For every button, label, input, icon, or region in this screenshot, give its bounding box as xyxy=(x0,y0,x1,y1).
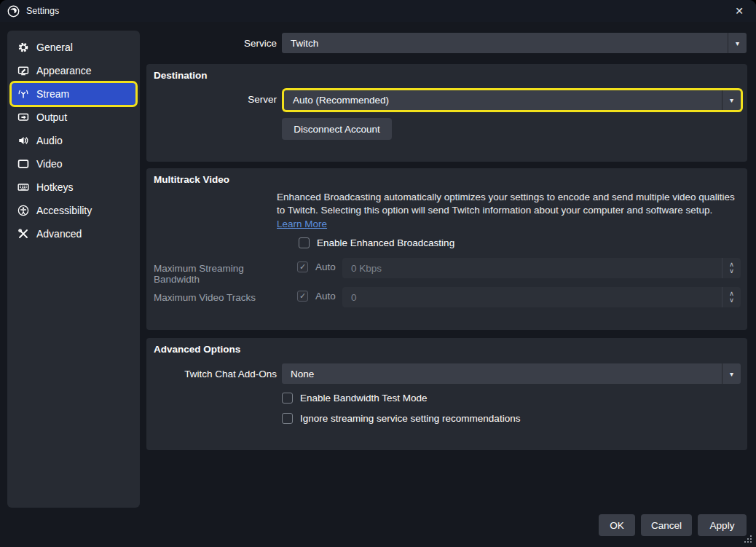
chat-addons-dropdown-value: None xyxy=(291,369,314,379)
speaker-icon xyxy=(17,135,30,147)
display-icon xyxy=(17,158,30,170)
service-dropdown[interactable]: Twitch ▾ xyxy=(282,33,747,53)
chevron-down-icon: ▾ xyxy=(728,33,747,53)
settings-sidebar: General Appearance Stream xyxy=(7,31,140,508)
bandwidth-spinner[interactable]: ∧ ∨ xyxy=(722,258,741,278)
sidebar-item-accessibility[interactable]: Accessibility xyxy=(12,200,135,221)
bandwidth-auto-label: Auto xyxy=(315,261,336,272)
server-label: Server xyxy=(146,94,277,105)
max-bandwidth-label: Maximum Streaming Bandwidth xyxy=(154,263,284,285)
ok-button[interactable]: OK xyxy=(599,514,635,536)
sidebar-item-appearance[interactable]: Appearance xyxy=(12,60,135,82)
sidebar-item-label: Hotkeys xyxy=(36,181,74,193)
chat-addons-label: Twitch Chat Add-Ons xyxy=(146,369,277,379)
service-label: Service xyxy=(146,38,277,49)
multitrack-description: Enhanced Broadcasting automatically opti… xyxy=(277,191,739,231)
bandwidth-test-row: Enable Bandwidth Test Mode xyxy=(282,393,428,404)
disconnect-account-button[interactable]: Disconnect Account xyxy=(282,118,392,140)
tracks-auto-label: Auto xyxy=(315,291,336,302)
enable-enhanced-broadcasting-label: Enable Enhanced Broadcasting xyxy=(317,237,454,248)
ignore-recommendations-checkbox[interactable] xyxy=(282,413,293,424)
tracks-auto-row: ✓ Auto xyxy=(297,291,336,302)
bandwidth-auto-row: ✓ Auto xyxy=(297,261,336,272)
sidebar-item-label: Audio xyxy=(36,135,63,146)
spinner-down-icon[interactable]: ∨ xyxy=(729,268,734,275)
chevron-down-icon: ▾ xyxy=(722,90,741,110)
obs-logo-icon xyxy=(7,5,20,17)
sidebar-item-label: Appearance xyxy=(36,65,92,76)
advanced-options-section: Advanced Options Twitch Chat Add-Ons Non… xyxy=(146,338,747,450)
apply-button[interactable]: Apply xyxy=(698,514,747,536)
ignore-recommendations-label: Ignore streaming service setting recomme… xyxy=(300,413,520,424)
advanced-options-title: Advanced Options xyxy=(154,344,240,355)
max-bandwidth-value: 0 Kbps xyxy=(351,263,382,274)
stream-antenna-icon xyxy=(17,88,30,101)
sidebar-item-video[interactable]: Video xyxy=(12,153,135,175)
spinner-down-icon[interactable]: ∨ xyxy=(729,297,734,304)
sidebar-item-advanced[interactable]: Advanced xyxy=(12,223,135,245)
bandwidth-test-label: Enable Bandwidth Test Mode xyxy=(300,393,428,404)
max-bandwidth-input[interactable]: 0 Kbps ∧ ∨ xyxy=(342,258,741,278)
sidebar-item-general[interactable]: General xyxy=(12,36,135,58)
window-title: Settings xyxy=(26,6,59,16)
appearance-icon xyxy=(17,65,30,77)
cancel-button[interactable]: Cancel xyxy=(641,514,692,536)
chevron-down-icon: ▾ xyxy=(722,363,741,384)
sidebar-item-label: Output xyxy=(36,111,67,123)
tracks-auto-checkbox[interactable]: ✓ xyxy=(297,291,308,302)
bandwidth-test-checkbox[interactable] xyxy=(282,393,293,404)
enable-enhanced-broadcasting-row: Enable Enhanced Broadcasting xyxy=(299,237,454,248)
ignore-recommendations-row: Ignore streaming service setting recomme… xyxy=(282,413,520,424)
service-dropdown-value: Twitch xyxy=(291,38,318,49)
sidebar-item-audio[interactable]: Audio xyxy=(12,130,135,151)
sidebar-item-label: General xyxy=(36,42,73,53)
sidebar-item-label: Accessibility xyxy=(36,205,92,216)
tracks-spinner[interactable]: ∧ ∨ xyxy=(722,287,741,307)
settings-window: Settings ✕ General Appearance xyxy=(0,0,756,547)
sidebar-item-label: Video xyxy=(36,158,63,170)
sidebar-item-output[interactable]: Output xyxy=(12,106,135,128)
sidebar-item-label: Advanced xyxy=(36,228,82,240)
output-icon xyxy=(17,111,30,124)
destination-title: Destination xyxy=(154,70,208,81)
sidebar-item-label: Stream xyxy=(36,88,69,100)
max-tracks-input[interactable]: 0 ∧ ∨ xyxy=(342,287,741,307)
destination-section: Destination Server Auto (Recommended) ▾ … xyxy=(146,64,747,162)
bandwidth-auto-checkbox[interactable]: ✓ xyxy=(297,261,308,272)
enable-enhanced-broadcasting-checkbox[interactable] xyxy=(299,237,310,248)
learn-more-link[interactable]: Learn More xyxy=(277,218,327,231)
sidebar-item-stream[interactable]: Stream xyxy=(12,83,135,105)
tools-icon xyxy=(17,228,30,240)
resize-grip[interactable] xyxy=(744,535,752,543)
max-tracks-label: Maximum Video Tracks xyxy=(154,292,284,303)
title-bar: Settings ✕ xyxy=(0,0,756,22)
gear-icon xyxy=(17,42,30,54)
max-tracks-value: 0 xyxy=(351,292,357,303)
chat-addons-dropdown[interactable]: None ▾ xyxy=(282,363,741,384)
close-icon[interactable]: ✕ xyxy=(730,1,749,20)
server-dropdown-value: Auto (Recommended) xyxy=(293,95,389,106)
keyboard-icon xyxy=(17,181,30,194)
accessibility-icon xyxy=(17,205,30,217)
sidebar-item-hotkeys[interactable]: Hotkeys xyxy=(12,176,135,198)
multitrack-title: Multitrack Video xyxy=(154,174,229,185)
server-dropdown[interactable]: Auto (Recommended) ▾ xyxy=(284,90,741,110)
multitrack-video-section: Multitrack Video Enhanced Broadcasting a… xyxy=(146,168,747,330)
